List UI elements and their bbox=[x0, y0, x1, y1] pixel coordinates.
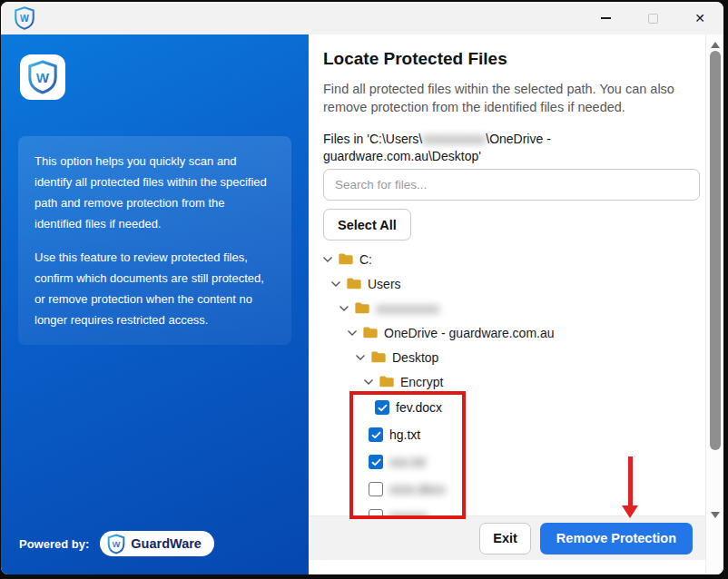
tree-file-row[interactable]: xxxx.docx bbox=[309, 476, 699, 503]
brand-name: GuardWare bbox=[131, 536, 202, 551]
file-label-redacted: xxx.txt bbox=[389, 455, 426, 469]
folder-label-redacted: xxxxxxxxxx bbox=[376, 301, 439, 316]
chevron-down-icon[interactable] bbox=[363, 378, 374, 386]
folder-label: Desktop bbox=[392, 350, 438, 365]
triangle-up-icon bbox=[711, 42, 720, 48]
tree-file-row[interactable]: hg.txt bbox=[309, 421, 699, 448]
page-description: Find all protected files within the sele… bbox=[323, 80, 701, 116]
scrollbar-thumb[interactable] bbox=[710, 51, 721, 450]
checkmark-icon bbox=[378, 404, 388, 412]
exit-button[interactable]: Exit bbox=[479, 523, 531, 554]
scroll-down-arrow[interactable] bbox=[710, 510, 721, 519]
file-label: fev.docx bbox=[396, 400, 442, 415]
logo-card: W bbox=[20, 54, 65, 100]
minimize-button[interactable] bbox=[582, 2, 629, 34]
checkbox-checked[interactable] bbox=[375, 400, 389, 415]
path-prefix: Files in 'C:\Users\ bbox=[323, 132, 422, 146]
guardware-shield-icon: W bbox=[27, 60, 58, 94]
tree-file-row[interactable]: fev.docx bbox=[309, 394, 699, 421]
vertical-scrollbar[interactable] bbox=[705, 34, 723, 574]
files-path-label: Files in 'C:\Users\xxxxxxxxxx\OneDrive -… bbox=[323, 131, 701, 165]
folder-label: C: bbox=[359, 252, 372, 267]
folder-icon bbox=[354, 301, 370, 315]
main-panel: Locate Protected Files Find all protecte… bbox=[309, 34, 723, 574]
checkmark-icon bbox=[371, 431, 381, 439]
chevron-down-icon[interactable] bbox=[339, 305, 349, 312]
scroll-up-arrow[interactable] bbox=[710, 40, 721, 49]
maximize-button[interactable] bbox=[629, 2, 676, 34]
page-title: Locate Protected Files bbox=[323, 49, 507, 69]
path-redacted-username: xxxxxxxxxx bbox=[422, 132, 486, 146]
tree-folder-onedrive[interactable]: OneDrive - guardware.com.au bbox=[309, 320, 699, 345]
guardware-brand-badge: W GuardWare bbox=[100, 531, 214, 556]
select-all-button[interactable]: Select All bbox=[323, 209, 411, 240]
maximize-icon bbox=[648, 14, 658, 24]
powered-by-row: Powered by: W GuardWare bbox=[19, 531, 214, 556]
folder-icon bbox=[346, 277, 362, 290]
chevron-down-icon[interactable] bbox=[330, 280, 341, 288]
tree-file-row[interactable]: xxx.txt bbox=[309, 448, 699, 476]
close-button[interactable]: ✕ bbox=[676, 2, 723, 34]
folder-icon bbox=[338, 252, 354, 266]
svg-text:W: W bbox=[36, 70, 50, 85]
checkbox-checked[interactable] bbox=[369, 455, 383, 469]
info-paragraph-2: Use this feature to review protected fil… bbox=[34, 247, 275, 330]
file-label-redacted: xxxx.docx bbox=[389, 482, 445, 496]
checkbox-checked[interactable] bbox=[369, 427, 383, 442]
app-window: W ✕ W This option helps you quickly scan… bbox=[1, 2, 723, 574]
chevron-down-icon[interactable] bbox=[322, 256, 333, 263]
guardware-shield-icon: W bbox=[14, 6, 35, 30]
tree-folder-user-home[interactable]: xxxxxxxxxx bbox=[309, 296, 699, 320]
close-icon: ✕ bbox=[694, 12, 705, 25]
sidebar: W This option helps you quickly scan and… bbox=[1, 34, 309, 574]
file-tree: C: Users xxxxxxxxxx OneDrive - guardware… bbox=[309, 247, 699, 530]
chevron-down-icon[interactable] bbox=[355, 354, 366, 361]
tree-folder-c-drive[interactable]: C: bbox=[309, 247, 699, 271]
chevron-down-icon[interactable] bbox=[347, 329, 358, 337]
window-controls: ✕ bbox=[582, 2, 723, 34]
search-input[interactable] bbox=[323, 169, 700, 201]
triangle-down-icon bbox=[711, 512, 720, 518]
tree-folder-encrypt[interactable]: Encrypt bbox=[309, 369, 699, 394]
remove-protection-button[interactable]: Remove Protection bbox=[540, 523, 693, 554]
footer-bar: Exit Remove Protection bbox=[309, 515, 705, 560]
title-bar: W ✕ bbox=[1, 2, 723, 34]
folder-icon bbox=[379, 375, 395, 388]
checkbox-unchecked[interactable] bbox=[369, 482, 383, 496]
tree-folder-users[interactable]: Users bbox=[309, 271, 699, 296]
powered-by-label: Powered by: bbox=[19, 537, 89, 551]
svg-text:W: W bbox=[113, 539, 121, 549]
info-paragraph-1: This option helps you quickly scan and i… bbox=[34, 151, 275, 234]
checkmark-icon bbox=[371, 458, 381, 466]
svg-text:W: W bbox=[20, 14, 29, 24]
minimize-icon bbox=[601, 17, 611, 18]
folder-icon bbox=[362, 326, 379, 339]
info-panel: This option helps you quickly scan and i… bbox=[18, 136, 291, 345]
folder-icon bbox=[370, 350, 387, 364]
tree-folder-desktop[interactable]: Desktop bbox=[309, 345, 699, 369]
folder-label: OneDrive - guardware.com.au bbox=[384, 326, 555, 340]
file-label: hg.txt bbox=[389, 427, 420, 442]
guardware-shield-icon: W bbox=[107, 534, 125, 554]
folder-label: Users bbox=[368, 277, 401, 291]
folder-label: Encrypt bbox=[400, 375, 443, 389]
